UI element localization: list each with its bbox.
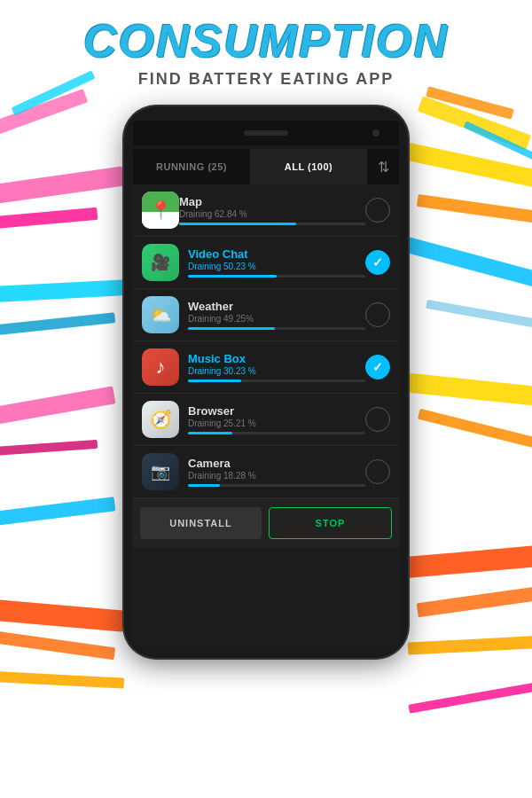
- app-drain-videochat: Draining 50.23 %: [188, 262, 365, 271]
- app-item-camera[interactable]: 📷 Camera Draining 18.28 %: [133, 446, 399, 498]
- weather-icon-inner: ⛅: [150, 304, 172, 325]
- check-icon-musicbox: ✓: [372, 360, 383, 374]
- tab-bar: RUNNING (25) ALL (100) ⇅: [133, 149, 399, 184]
- app-icon-weather: ⛅: [142, 296, 179, 333]
- phone-mockup: RUNNING (25) ALL (100) ⇅ 📍 Map Draining …: [124, 106, 408, 658]
- app-icon-videochat: 🎥: [142, 244, 179, 281]
- stop-button[interactable]: STOP: [269, 507, 392, 539]
- app-name-browser: Browser: [188, 404, 365, 419]
- browser-icon-inner: 🧭: [150, 409, 172, 430]
- check-icon-videochat: ✓: [372, 255, 383, 270]
- app-drain-musicbox: Draining 30.23 %: [188, 366, 365, 376]
- music-icon-inner: ♪: [156, 356, 166, 379]
- app-info-musicbox: Music Box Draining 30.23 %: [188, 352, 365, 383]
- phone-screen: RUNNING (25) ALL (100) ⇅ 📍 Map Draining …: [133, 149, 399, 645]
- app-name-map: Map: [179, 195, 365, 209]
- progress-fill-browser: [188, 432, 232, 434]
- app-name-weather: Weather: [188, 300, 365, 314]
- app-list: 📍 Map Draining 62.84 % 🎥: [133, 184, 399, 498]
- app-info-browser: Browser Draining 25.21 %: [188, 404, 365, 435]
- progress-bg-videochat: [188, 275, 365, 278]
- app-drain-browser: Draining 25.21 %: [188, 419, 365, 428]
- main-subtitle: FIND BATTERY EATING APP: [0, 70, 532, 89]
- progress-fill-musicbox: [188, 379, 241, 382]
- app-name-musicbox: Music Box: [188, 352, 365, 366]
- app-check-videochat[interactable]: ✓: [365, 250, 390, 275]
- progress-fill-map: [179, 223, 296, 225]
- app-info-camera: Camera Draining 18.28 %: [188, 457, 365, 488]
- app-icon-camera: 📷: [142, 453, 179, 490]
- app-item-map[interactable]: 📍 Map Draining 62.84 %: [133, 184, 399, 237]
- header: CONSUMPTION FIND BATTERY EATING APP: [0, 0, 532, 89]
- app-icon-browser: 🧭: [142, 401, 179, 438]
- phone-outer: RUNNING (25) ALL (100) ⇅ 📍 Map Draining …: [124, 106, 408, 658]
- progress-bg-camera: [188, 484, 365, 487]
- app-icon-map: 📍: [142, 192, 179, 229]
- camera-icon-inner: 📷: [151, 462, 170, 481]
- app-name-videochat: Video Chat: [188, 247, 365, 262]
- app-icon-musicbox: ♪: [142, 348, 179, 386]
- progress-bg-weather: [188, 327, 365, 330]
- progress-bg-map: [179, 223, 365, 225]
- progress-fill-camera: [188, 484, 220, 487]
- app-drain-map: Draining 62.84 %: [179, 209, 365, 219]
- app-name-camera: Camera: [188, 457, 365, 471]
- uninstall-button[interactable]: UNINSTALL: [140, 507, 262, 539]
- app-info-videochat: Video Chat Draining 50.23 %: [188, 247, 365, 278]
- app-drain-weather: Draining 49.25%: [188, 314, 365, 324]
- app-check-camera[interactable]: [365, 459, 390, 484]
- phone-camera: [372, 129, 379, 137]
- video-icon-inner: 🎥: [151, 253, 170, 272]
- app-item-weather[interactable]: ⛅ Weather Draining 49.25%: [133, 289, 399, 341]
- main-title: CONSUMPTION: [0, 16, 532, 66]
- phone-top-bar: [133, 121, 399, 145]
- app-check-browser[interactable]: [365, 407, 390, 432]
- phone-speaker: [244, 130, 288, 136]
- progress-bg-musicbox: [188, 379, 365, 382]
- progress-fill-videochat: [188, 275, 277, 278]
- app-item-browser[interactable]: 🧭 Browser Draining 25.21 %: [133, 394, 399, 446]
- app-drain-camera: Draining 18.28 %: [188, 471, 365, 481]
- app-item-musicbox[interactable]: ♪ Music Box Draining 30.23 % ✓: [133, 341, 399, 394]
- app-item-videochat[interactable]: 🎥 Video Chat Draining 50.23 % ✓: [133, 237, 399, 289]
- app-info-map: Map Draining 62.84 %: [179, 195, 365, 226]
- sort-button[interactable]: ⇅: [367, 149, 399, 184]
- tab-all[interactable]: ALL (100): [250, 149, 367, 184]
- bottom-buttons: UNINSTALL STOP: [133, 498, 399, 548]
- app-check-map[interactable]: [365, 198, 390, 223]
- tab-running[interactable]: RUNNING (25): [133, 149, 250, 184]
- app-check-weather[interactable]: [365, 302, 390, 327]
- app-check-musicbox[interactable]: ✓: [365, 355, 390, 379]
- app-info-weather: Weather Draining 49.25%: [188, 300, 365, 331]
- progress-fill-weather: [188, 327, 275, 330]
- progress-bg-browser: [188, 432, 365, 434]
